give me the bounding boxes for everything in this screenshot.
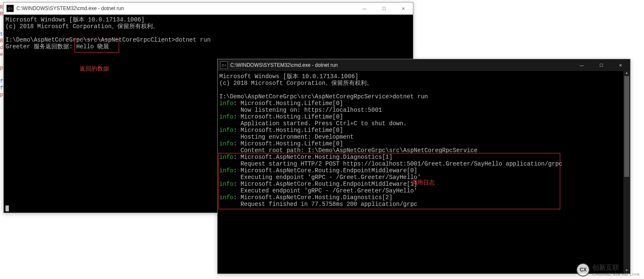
log-title-line: info: Microsoft.AspNetCore.Routing.Endpo… [219, 181, 623, 187]
terminal-line [219, 87, 623, 93]
scroll-up-icon[interactable]: ▲ [623, 71, 630, 76]
terminal-line: Greeter 服务返回数据: Hello 晓晨 [5, 43, 411, 50]
log-level-label: info [219, 167, 234, 174]
log-level-label: info [219, 194, 234, 201]
log-body-line: Request finished in 77.5758ms 200 applic… [219, 201, 623, 208]
terminal-line: (c) 2018 Microsoft Corporation。保留所有权利。 [5, 23, 411, 30]
maximize-button[interactable]: ☐ [591, 59, 611, 71]
gutter-char: d [0, 45, 3, 51]
gutter-char: e [0, 51, 3, 58]
gutter-char: f [0, 85, 3, 92]
log-title-line: info: Microsoft.Hosting.Lifetime[0] [219, 140, 623, 147]
watermark: CX 创新互联 CHUANG XIN HU LIAN [576, 263, 640, 276]
log-level-label: info [219, 100, 234, 107]
log-level-label: info [219, 140, 234, 147]
titlebar-service[interactable]: C:\ C:\WINDOWS\SYSTEM32\cmd.exe - dotnet… [218, 59, 630, 71]
log-title-line: info: Microsoft.Hosting.Lifetime[0] [219, 113, 623, 120]
log-level-label: info [219, 181, 234, 187]
gutter-char [0, 71, 3, 78]
titlebar-client[interactable]: C:\ C:\WINDOWS\SYSTEM32\cmd.exe - dotnet… [4, 3, 413, 15]
log-body-line: Executing endpoint 'gRPC - /Greet.Greete… [219, 174, 623, 181]
terminal-line: Microsoft Windows [版本 10.0.17134.1006] [219, 73, 623, 80]
page-gutter: RR tRde p ffp [0, 4, 3, 98]
log-title-line: info: Microsoft.AspNetCore.Hosting.Diagn… [219, 154, 623, 161]
log-body-line: Request starting HTTP/2 POST https://loc… [219, 161, 623, 167]
gutter-char: p [0, 92, 3, 98]
window-title: C:\WINDOWS\SYSTEM32\cmd.exe - dotnet run [16, 5, 355, 11]
log-body-line: Executed endpoint 'gRPC - /Greet.Greeter… [219, 187, 623, 194]
log-title-line: info: Microsoft.AspNetCore.Hosting.Diagn… [219, 194, 623, 201]
log-level-label: info [219, 127, 234, 134]
cursor-icon [5, 205, 9, 211]
log-title-line: info: Microsoft.AspNetCore.Routing.Endpo… [219, 167, 623, 174]
terminal-line: I:\Demo\AspNetCoreGrpc\src\AspNetCoregRp… [219, 93, 623, 100]
window-controls: — ☐ ✕ [572, 59, 630, 71]
window-controls: — ☐ ✕ [355, 3, 413, 14]
terminal-service[interactable]: Microsoft Windows [版本 10.0.17134.1006](c… [218, 71, 630, 276]
watermark-text: 创新互联 [592, 264, 619, 271]
watermark-badge-icon: CX [576, 263, 590, 276]
minimize-button[interactable]: — [572, 59, 591, 71]
gutter-char: R [0, 4, 3, 11]
maximize-button[interactable]: ☐ [374, 3, 394, 14]
terminal-line: Microsoft Windows [版本 10.0.17134.1006] [5, 16, 411, 23]
close-button[interactable]: ✕ [611, 59, 630, 71]
terminal-line: I:\Demo\AspNetCoreGrpc\src\AspNetCoreGrp… [5, 37, 411, 43]
log-body-line: Content root path: I:\Demo\AspNetCoreGrp… [219, 147, 623, 154]
log-body-line: Application started. Press Ctrl+C to shu… [219, 120, 623, 127]
gutter-char [0, 18, 3, 24]
gutter-char: R [0, 38, 3, 45]
close-button[interactable]: ✕ [394, 3, 413, 14]
watermark-subtext: CHUANG XIN HU LIAN [592, 272, 640, 276]
cmd-icon: C:\ [6, 5, 14, 12]
log-title-line: info: Microsoft.Hosting.Lifetime[0] [219, 127, 623, 134]
gutter-char: t [0, 31, 3, 38]
gutter-char: R [0, 11, 3, 18]
minimize-button[interactable]: — [355, 3, 374, 14]
gutter-char [0, 58, 3, 65]
window-title: C:\WINDOWS\SYSTEM32\cmd.exe - dotnet run [230, 62, 572, 68]
scrollbar[interactable]: ▲ ▼ [623, 71, 630, 274]
terminal-line [5, 30, 411, 37]
log-level-label: info [219, 113, 234, 120]
gutter-char: f [0, 78, 3, 85]
log-body-line: Hosting environment: Development [219, 134, 623, 140]
terminal-line [5, 50, 411, 57]
scroll-thumb[interactable] [624, 76, 629, 177]
gutter-char: p [0, 65, 3, 71]
gutter-char [0, 24, 3, 31]
cmd-icon: C:\ [220, 61, 228, 69]
log-level-label: info [219, 154, 234, 161]
log-body-line: Now listening on: https://localhost:5001 [219, 107, 623, 113]
cmd-window-service: C:\ C:\WINDOWS\SYSTEM32\cmd.exe - dotnet… [217, 59, 631, 274]
terminal-line: (c) 2018 Microsoft Corporation。保留所有权利。 [219, 80, 623, 87]
log-title-line: info: Microsoft.Hosting.Lifetime[0] [219, 100, 623, 107]
